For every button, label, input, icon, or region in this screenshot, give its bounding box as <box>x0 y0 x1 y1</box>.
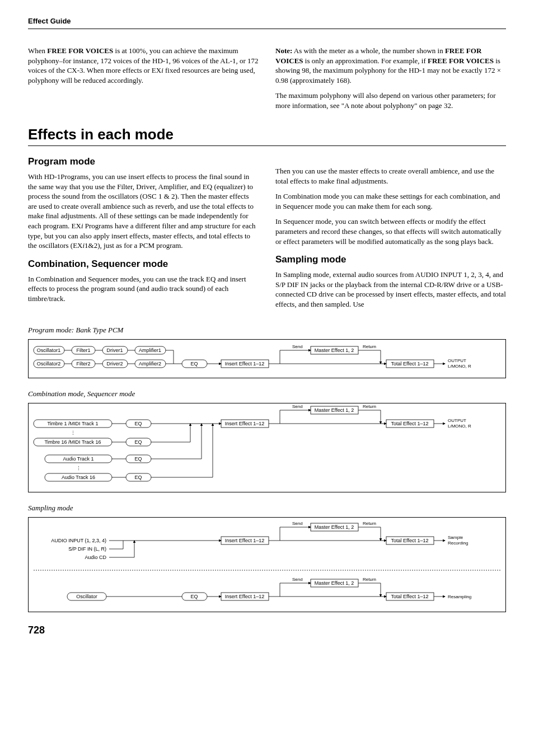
sampling-p1: In Sampling mode, external audio sources… <box>275 270 506 309</box>
audiocd-label: Audio CD <box>85 555 106 560</box>
program-p1: With HD-1Programs, you can use insert ef… <box>28 172 259 250</box>
output-label: OUTPUT <box>448 358 466 363</box>
ifx-label: Insert Effect 1–12 <box>225 538 264 543</box>
tfx-label: Total Effect 1–12 <box>391 538 429 543</box>
atrack1-label: Audio Track 1 <box>63 456 93 462</box>
t: When <box>28 46 47 55</box>
svg-rect-23 <box>29 403 506 492</box>
send-label: Send <box>292 344 303 349</box>
flt1-label: Filter1 <box>76 348 90 353</box>
diagram1-caption: Program mode: Bank Type PCM <box>28 326 506 335</box>
svg-rect-0 <box>29 340 506 378</box>
eq-label: EQ <box>134 439 142 445</box>
intro-p1: When FREE FOR VOICES is at 100%, you can… <box>28 46 259 85</box>
tfx-label: Total Effect 1–12 <box>391 594 429 599</box>
header-section-label: Effect Guide <box>28 17 506 29</box>
eq-label: EQ <box>134 456 142 462</box>
send-label: Send <box>292 577 303 582</box>
tfx-label: Total Effect 1–12 <box>391 421 429 426</box>
intro-p3: The maximum polyphony will also depend o… <box>275 91 506 110</box>
combi-p1: In Combination and Sequencer modes, you … <box>28 274 259 304</box>
tfx-label: Total Effect 1–12 <box>391 361 429 367</box>
diagram3-caption: Sampling mode <box>28 504 506 513</box>
sampling-mode-title: Sampling mode <box>275 254 506 265</box>
amp1-label: Amplifier1 <box>139 348 161 353</box>
intro-p2: Note: As with the meter as a whole, the … <box>275 46 506 85</box>
t: FREE FOR VOICES <box>428 57 494 65</box>
eq-label: EQ <box>134 421 142 426</box>
drv2-label: Driver2 <box>106 361 123 367</box>
t: is only an approximation. For example, i… <box>303 57 428 65</box>
output-label: OUTPUT <box>448 418 466 423</box>
diagram-program: Oscillator1 Filter1 Driver1 Amplifier1 O… <box>28 339 506 378</box>
svg-text:⋮: ⋮ <box>76 466 81 471</box>
t: FREE FOR VOICES <box>47 46 113 55</box>
resampling-label: Resampling <box>448 594 471 599</box>
t: Note: <box>275 46 292 55</box>
diagram-combination: Timbre 1 /MIDI Track 1 EQ ⋮ Timbre 16 /M… <box>28 403 506 492</box>
col2b-p3: In Sequencer mode, you can switch betwee… <box>275 217 506 246</box>
sample-label: Sample <box>448 535 463 540</box>
intro-row: When FREE FOR VOICES is at 100%, you can… <box>28 46 506 116</box>
ifx-label: Insert Effect 1–12 <box>225 421 264 426</box>
col2b-p2: In Combination mode you can make these s… <box>275 191 506 211</box>
output2-label: L/MONO, R <box>448 424 471 429</box>
t: 1&2), just as for a PCM program. <box>85 241 182 250</box>
modes-row: Program mode With HD-1Programs, you can … <box>28 148 506 314</box>
recording-label: Recording <box>448 541 468 546</box>
ainput-label: AUDIO INPUT (1, 2,3, 4) <box>51 538 106 543</box>
eq-label: EQ <box>134 475 142 480</box>
send-label: Send <box>292 521 303 526</box>
flt2-label: Filter2 <box>76 361 90 367</box>
eq-label: EQ <box>190 361 198 367</box>
return-label: Return <box>363 344 376 349</box>
program-mode-title: Program mode <box>28 156 259 167</box>
output2-label: L/MONO, R <box>448 364 471 369</box>
return-label: Return <box>363 577 376 582</box>
osc1-label: Oscillator1 <box>37 348 61 353</box>
timbre16-label: Timbre 16 /MIDI Track 16 <box>44 439 101 445</box>
eq-label: EQ <box>190 594 198 599</box>
spdif-label: S/P DIF IN (L, R) <box>68 546 106 552</box>
return-label: Return <box>363 521 376 526</box>
col2b-p1: Then you can use the master effects to c… <box>275 166 506 186</box>
mfx-label: Master Effect 1, 2 <box>315 348 354 353</box>
send-label: Send <box>292 404 303 409</box>
drv1-label: Driver1 <box>106 348 123 353</box>
svg-rect-45 <box>29 518 506 612</box>
atrack16-label: Audio Track 16 <box>62 475 95 480</box>
return-label: Return <box>363 404 376 409</box>
ifx-label: Insert Effect 1–12 <box>225 361 264 367</box>
osc2-label: Oscillator2 <box>37 361 61 367</box>
ifx-label: Insert Effect 1–12 <box>225 594 264 599</box>
amp2-label: Amplifier2 <box>139 361 161 367</box>
combination-mode-title: Combination, Sequencer mode <box>28 259 259 270</box>
timbre1-label: Timbre 1 /MIDI Track 1 <box>47 421 98 426</box>
page-number: 728 <box>28 624 506 636</box>
osc-label: Oscillator <box>76 594 97 599</box>
section-title: Effects in each mode <box>28 126 506 146</box>
svg-text:⋮: ⋮ <box>71 430 76 436</box>
t: As with the meter as a whole, the number… <box>292 46 445 55</box>
mfx-label: Master Effect 1, 2 <box>315 407 354 413</box>
diagram2-caption: Combination mode, Sequencer mode <box>28 389 506 398</box>
mfx-label: Master Effect 1, 2 <box>315 580 354 586</box>
mfx-label: Master Effect 1, 2 <box>315 524 354 530</box>
diagram-sampling: AUDIO INPUT (1, 2,3, 4) S/P DIF IN (L, R… <box>28 517 506 612</box>
